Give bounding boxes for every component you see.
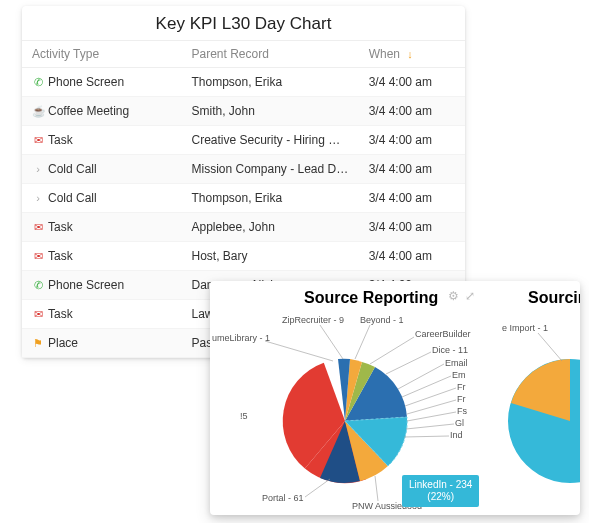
activity-label: Cold Call [48,162,97,176]
when-value: 3/4 4:00 am [359,213,465,242]
cold-icon: › [32,192,44,204]
when-value: 3/4 4:00 am [359,97,465,126]
label-portal: Portal - 61 [262,493,304,503]
parent-record: Applebee, John [181,213,358,242]
expand-icon[interactable]: ⤢ [465,289,475,303]
settings-icon[interactable]: ⚙ [448,289,459,303]
parent-record: Thompson, Erika [181,68,358,97]
pie-sourcing[interactable] [508,359,580,483]
chart-body: ZipRecruiter - 9 Beyond - 1 umeLibrary -… [210,311,580,515]
svg-line-14 [538,333,562,361]
col-when[interactable]: When ↓ [359,41,465,68]
parent-record: Host, Bary [181,242,358,271]
svg-line-11 [404,436,449,437]
table-row[interactable]: ✆Phone ScreenThompson, Erika3/4 4:00 am [22,68,465,97]
label-beyond: Beyond - 1 [360,315,404,325]
phone-icon: ✆ [32,76,44,89]
table-header-row: Activity Type Parent Record When ↓ [22,41,465,68]
label-dice: Dice - 11 [432,345,468,355]
label-unlabeled: !5 [240,411,248,421]
label-ind: Ind [450,430,463,440]
activity-label: Phone Screen [48,278,124,292]
sort-arrow-down-icon: ↓ [407,48,413,60]
place-icon: ⚑ [32,337,44,350]
when-value: 3/4 4:00 am [359,155,465,184]
table-row[interactable]: ›Cold CallMission Company - Lead Develo.… [22,155,465,184]
label-gl: Gl [455,418,464,428]
label-em: Em [452,370,466,380]
activity-label: Place [48,336,78,350]
label-careerbuilder: CareerBuilder [415,329,471,339]
activity-label: Task [48,133,73,147]
svg-line-8 [407,400,456,414]
parent-record: Mission Company - Lead Develo... [181,155,358,184]
svg-line-7 [405,388,456,406]
activity-label: Task [48,307,73,321]
svg-line-5 [398,364,444,389]
chart-tooltip: LinkedIn - 234 (22%) [402,475,479,507]
tooltip-line2: (22%) [409,491,472,503]
parent-record: Smith, John [181,97,358,126]
label-fr: Fr [457,382,466,392]
chart-title-source-reporting: Source Reporting [304,289,438,307]
table-row[interactable]: ✉TaskHost, Bary3/4 4:00 am [22,242,465,271]
activity-label: Task [48,220,73,234]
tooltip-line1: LinkedIn - 234 [409,479,472,491]
activity-label: Task [48,249,73,263]
col-parent-record[interactable]: Parent Record [181,41,358,68]
label-ziprecruiter: ZipRecruiter - 9 [282,315,344,325]
svg-line-12 [305,479,330,497]
svg-line-3 [370,337,414,364]
svg-line-10 [406,424,454,429]
activity-label: Phone Screen [48,75,124,89]
when-value: 3/4 4:00 am [359,242,465,271]
svg-line-6 [402,376,451,397]
when-value: 3/4 4:00 am [359,126,465,155]
label-eimport: e Import - 1 [502,323,548,333]
when-value: 3/4 4:00 am [359,184,465,213]
activity-label: Cold Call [48,191,97,205]
task-icon: ✉ [32,221,44,234]
label-fr2: Fr [457,394,466,404]
activity-label: Coffee Meeting [48,104,129,118]
svg-line-0 [320,325,343,359]
svg-line-2 [265,341,333,361]
label-fs: Fs [457,406,467,416]
phone-icon: ✆ [32,279,44,292]
table-row[interactable]: ›Cold CallThompson, Erika3/4 4:00 am [22,184,465,213]
svg-line-4 [386,352,431,374]
parent-record: Creative Security - Hiring Mana... [181,126,358,155]
col-activity-type[interactable]: Activity Type [22,41,181,68]
label-email: Email [445,358,468,368]
table-row[interactable]: ✉TaskCreative Security - Hiring Mana...3… [22,126,465,155]
svg-line-13 [375,476,378,501]
table-row[interactable]: ✉TaskApplebee, John3/4 4:00 am [22,213,465,242]
chart-toolbar: ⚙ ⤢ [448,289,475,303]
task-icon: ✉ [32,134,44,147]
table-title: Key KPI L30 Day Chart [22,6,465,40]
chart-title-sourcing: Sourcing and I [528,289,580,307]
label-umelibrary: umeLibrary - 1 [212,333,270,343]
task-icon: ✉ [32,308,44,321]
when-value: 3/4 4:00 am [359,68,465,97]
parent-record: Thompson, Erika [181,184,358,213]
svg-line-9 [407,412,456,421]
cold-icon: › [32,163,44,175]
coffee-icon: ☕ [32,105,44,118]
charts-svg: ZipRecruiter - 9 Beyond - 1 umeLibrary -… [210,311,580,515]
table-row[interactable]: ☕Coffee MeetingSmith, John3/4 4:00 am [22,97,465,126]
source-reporting-card: Source Reporting ⚙ ⤢ Sourcing and I [210,281,580,515]
task-icon: ✉ [32,250,44,263]
pie-source-reporting[interactable] [265,359,407,498]
col-when-label: When [369,47,400,61]
svg-line-1 [355,325,370,359]
